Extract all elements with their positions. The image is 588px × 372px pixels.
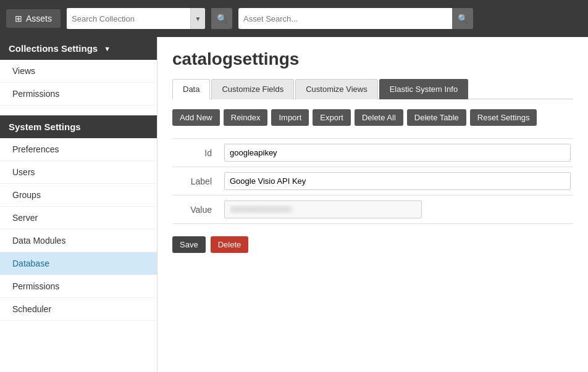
sidebar-spacer bbox=[0, 105, 157, 115]
label-label: Label bbox=[172, 167, 222, 196]
delete-table-button[interactable]: Delete Table bbox=[407, 109, 466, 126]
sidebar-item-groups[interactable]: Groups bbox=[0, 184, 157, 207]
sidebar-item-label: Users bbox=[12, 167, 35, 177]
sidebar-item-label: Permissions bbox=[12, 281, 59, 291]
tab-elastic-system-info[interactable]: Elastic System Info bbox=[379, 79, 469, 99]
search-collection-dropdown[interactable]: ▼ bbox=[190, 8, 205, 29]
search-collection-button[interactable]: 🔍 bbox=[211, 8, 232, 29]
sidebar-item-users[interactable]: Users bbox=[0, 161, 157, 184]
delete-button[interactable]: Delete bbox=[211, 236, 249, 253]
tab-customize-fields[interactable]: Customize Fields bbox=[211, 79, 294, 99]
add-new-button[interactable]: Add New bbox=[172, 109, 220, 126]
assets-button[interactable]: Assets bbox=[6, 9, 61, 28]
tabs: Data Customize Fields Customize Views El… bbox=[172, 79, 573, 99]
search-icon: 🔍 bbox=[458, 14, 468, 23]
sidebar-item-data-modules[interactable]: Data Modules bbox=[0, 229, 157, 252]
sidebar-item-label: Preferences bbox=[12, 144, 59, 154]
system-settings-label: System Settings bbox=[9, 122, 81, 132]
sidebar-item-database[interactable]: Database bbox=[0, 252, 157, 275]
sidebar-item-scheduler[interactable]: Scheduler bbox=[0, 298, 157, 321]
asset-search-wrap: 🔍 bbox=[238, 8, 473, 29]
system-settings-header[interactable]: System Settings bbox=[0, 115, 157, 138]
value-label: Value bbox=[172, 196, 222, 224]
topbar: Assets ▼ 🔍 🔍 bbox=[0, 0, 588, 37]
save-button[interactable]: Save bbox=[172, 236, 206, 253]
search-collection-wrap: ▼ bbox=[67, 8, 205, 29]
chevron-down-icon: ▼ bbox=[195, 15, 201, 22]
sidebar-item-label: Scheduler bbox=[12, 304, 51, 314]
sidebar-item-permissions[interactable]: Permissions bbox=[0, 275, 157, 298]
collections-settings-header[interactable]: Collections Settings ▼ bbox=[0, 37, 157, 60]
sidebar: Collections Settings ▼ Views Permissions… bbox=[0, 37, 158, 372]
action-buttons: Add New Reindex Import Export Delete All… bbox=[172, 109, 573, 126]
grid-icon bbox=[15, 14, 22, 23]
sidebar-item-label: Data Modules bbox=[12, 236, 65, 246]
id-input[interactable] bbox=[224, 144, 571, 162]
tab-customize-views[interactable]: Customize Views bbox=[295, 79, 377, 99]
tab-data[interactable]: Data bbox=[172, 79, 210, 99]
form-row-id: Id bbox=[172, 139, 573, 167]
export-button[interactable]: Export bbox=[313, 109, 351, 126]
sidebar-item-server[interactable]: Server bbox=[0, 207, 157, 229]
import-button[interactable]: Import bbox=[271, 109, 309, 126]
asset-search-input[interactable] bbox=[238, 8, 452, 29]
id-value-cell bbox=[222, 139, 573, 167]
sidebar-item-preferences[interactable]: Preferences bbox=[0, 138, 157, 161]
search-collection-input[interactable] bbox=[67, 8, 190, 29]
page-title: catalogsettings bbox=[172, 49, 573, 69]
form-row-value: Value bbox=[172, 196, 573, 224]
content-area: catalogsettings Data Customize Fields Cu… bbox=[158, 37, 588, 372]
sidebar-item-label: Views bbox=[12, 66, 35, 76]
form: Id Label Value bbox=[172, 138, 573, 224]
sidebar-item-label: Server bbox=[12, 213, 38, 223]
search-icon: 🔍 bbox=[217, 14, 227, 23]
sidebar-item-label: Permissions bbox=[12, 89, 59, 99]
delete-all-button[interactable]: Delete All bbox=[355, 109, 403, 126]
value-input[interactable] bbox=[224, 200, 422, 218]
collections-settings-item-views[interactable]: Views bbox=[0, 60, 157, 83]
form-row-label: Label bbox=[172, 167, 573, 196]
label-value-cell bbox=[222, 167, 573, 196]
reset-settings-button[interactable]: Reset Settings bbox=[470, 109, 537, 126]
form-actions: Save Delete bbox=[172, 236, 573, 253]
value-cell bbox=[222, 196, 573, 224]
sidebar-item-label: Database bbox=[12, 258, 49, 268]
label-input[interactable] bbox=[224, 172, 571, 190]
main-layout: Collections Settings ▼ Views Permissions… bbox=[0, 37, 588, 372]
id-label: Id bbox=[172, 139, 222, 167]
sidebar-item-label: Groups bbox=[12, 190, 41, 200]
collections-settings-label: Collections Settings bbox=[9, 43, 98, 54]
assets-label: Assets bbox=[26, 14, 52, 23]
asset-search-button[interactable]: 🔍 bbox=[452, 8, 473, 29]
collections-settings-arrow: ▼ bbox=[104, 45, 111, 52]
collections-settings-item-permissions[interactable]: Permissions bbox=[0, 83, 157, 105]
reindex-button[interactable]: Reindex bbox=[224, 109, 268, 126]
